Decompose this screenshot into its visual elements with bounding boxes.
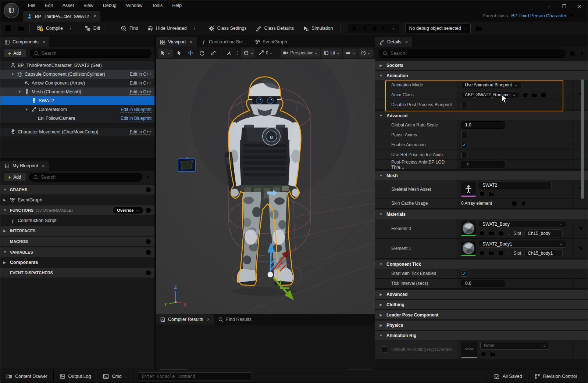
menu-help[interactable]: Help: [168, 2, 186, 9]
compile-options-icon[interactable]: ⋮: [68, 26, 73, 31]
search-parent-icon[interactable]: [569, 12, 575, 19]
material-thumbnail[interactable]: [461, 221, 476, 236]
override-dropdown[interactable]: Override⌄: [113, 207, 143, 214]
maximize-button[interactable]: ❐: [559, 2, 569, 10]
surface-snap-button[interactable]: [224, 49, 234, 58]
transform-mode-dropdown[interactable]: ⌄: [158, 49, 173, 58]
browse-icon[interactable]: [488, 191, 495, 197]
components-search-input[interactable]: [42, 51, 147, 56]
menu-edit[interactable]: Edit: [41, 2, 57, 9]
components-add-button[interactable]: +Add: [3, 49, 26, 58]
tab-eventgraph[interactable]: EventGraph: [250, 37, 291, 47]
display-filter-icon[interactable]: [569, 50, 575, 57]
all-saved-button[interactable]: All Saved: [488, 370, 528, 382]
checkbox[interactable]: [461, 102, 467, 108]
asset-tab-close-icon[interactable]: ✕: [93, 14, 96, 19]
play-options-icon[interactable]: ⋮: [391, 26, 396, 31]
browse-asset-icon[interactable]: [17, 25, 25, 32]
component-row[interactable]: FollowCameraEdit in Blueprint: [0, 114, 154, 123]
rig-dropdown[interactable]: None⌄: [480, 342, 549, 350]
expander-icon[interactable]: ▼: [3, 188, 8, 192]
material-thumbnail[interactable]: [461, 241, 476, 256]
my-blueprint-tab[interactable]: My Blueprint ✕: [0, 161, 49, 171]
edit-parent-icon[interactable]: [577, 12, 583, 19]
category-leader-pose-component[interactable]: ▶Leader Pose Component: [375, 310, 588, 319]
use-selected-icon[interactable]: [522, 92, 528, 98]
tab-viewport[interactable]: Viewport✕: [156, 37, 197, 47]
scale-tool[interactable]: [208, 49, 218, 58]
category-animation[interactable]: ▼Animation: [375, 71, 588, 80]
menu-asset[interactable]: Asset: [58, 2, 78, 9]
expander-icon[interactable]: ▶: [3, 229, 8, 233]
blueprint-item[interactable]: ▶Components: [0, 258, 154, 267]
component-row[interactable]: ▼CameraBoomEdit in Blueprint: [0, 105, 154, 114]
category-advanced[interactable]: ▼Advanced: [375, 111, 588, 120]
blueprint-search-input[interactable]: [41, 175, 138, 180]
class-settings-button[interactable]: Class Settings: [205, 23, 250, 34]
show-flags-dropdown[interactable]: ⌄: [358, 49, 373, 58]
blueprint-section-header[interactable]: EVENT DISPATCHERS: [0, 268, 154, 278]
play-icon[interactable]: [352, 25, 358, 32]
components-tab-close-icon[interactable]: ✕: [42, 40, 45, 44]
use-selected-icon[interactable]: [479, 250, 485, 256]
expander-icon[interactable]: ▼: [24, 108, 29, 111]
add-section-item-button[interactable]: [145, 270, 152, 276]
close-window-button[interactable]: ✕: [574, 2, 585, 10]
compiler-results-tab[interactable]: Compiler Results ✕: [156, 314, 214, 325]
edit-link[interactable]: Edit in C++: [130, 72, 152, 77]
tab-close-icon[interactable]: ✕: [189, 40, 192, 44]
details-tab[interactable]: Details ✕: [375, 37, 412, 47]
checkbox[interactable]: [461, 152, 467, 158]
parent-class-link[interactable]: BP Third Person Character: [511, 13, 566, 18]
clear-icon[interactable]: [550, 92, 556, 98]
component-row[interactable]: ▼Mesh (CharacterMesh0)Edit in C++: [0, 87, 154, 96]
hide-unrelated-button[interactable]: Hide Unrelated: [144, 23, 190, 34]
add-section-item-button[interactable]: [145, 207, 152, 214]
compile-button[interactable]: ? Compile: [34, 23, 66, 34]
expander-icon[interactable]: ▼: [10, 72, 15, 76]
category-materials[interactable]: ▼Materials: [375, 210, 588, 219]
menu-window[interactable]: Window: [122, 2, 146, 9]
blueprint-section-header[interactable]: ▼FUNCTIONS (38 OVERRIDABLE)Override⌄: [0, 205, 154, 215]
details-search[interactable]: [378, 49, 566, 58]
blueprint-item[interactable]: fConstruction Script: [0, 216, 154, 225]
expander-icon[interactable]: ▼: [3, 208, 8, 212]
details-tab-close-icon[interactable]: ✕: [405, 40, 408, 44]
find-results-tab[interactable]: Find Results: [214, 314, 256, 325]
rotation-snap-dropdown[interactable]: ⌄: [241, 49, 256, 58]
component-row[interactable]: BP_ThirdPersonCharacter_SWAT2 (Self): [0, 61, 154, 70]
edit-link[interactable]: Edit in C++: [130, 89, 152, 94]
menu-tools[interactable]: Tools: [148, 2, 167, 9]
use-selected-icon[interactable]: [479, 191, 485, 197]
blueprint-section-header[interactable]: ▼GRAPHS: [0, 185, 154, 194]
checkbox[interactable]: ✓: [461, 142, 467, 148]
component-row[interactable]: ▼Capsule Component (CollisionCylinder)Ed…: [0, 70, 154, 79]
slot-name-input[interactable]: [524, 249, 563, 257]
component-row[interactable]: Arrow Component (Arrow)Edit in C++: [0, 79, 154, 87]
debug-browse-icon[interactable]: [475, 25, 483, 32]
find-button[interactable]: Find: [117, 23, 142, 34]
add-section-item-button[interactable]: [145, 249, 152, 255]
stop-icon[interactable]: [371, 25, 378, 32]
blueprint-settings-gear-icon[interactable]: [145, 174, 152, 180]
revision-control-button[interactable]: Revision Control⌄: [528, 370, 588, 382]
console-command-input[interactable]: [138, 372, 252, 380]
minimize-button[interactable]: –: [544, 2, 554, 10]
cmd-dropdown[interactable]: Cmd⌄: [97, 370, 133, 382]
texture-options-icon[interactable]: [498, 250, 504, 256]
my-blueprint-tab-close-icon[interactable]: ✕: [42, 164, 44, 168]
perspective-dropdown[interactable]: Perspective⌄: [281, 49, 320, 58]
edit-link[interactable]: Edit in Blueprint: [121, 107, 152, 112]
move-tool[interactable]: [185, 49, 196, 58]
expander-icon[interactable]: ▼: [17, 90, 22, 94]
category-clothing[interactable]: ▶Clothing: [375, 300, 588, 309]
expander-icon[interactable]: ▶: [3, 198, 8, 202]
hide-unrelated-options-icon[interactable]: ⋮: [192, 26, 197, 31]
category-component-tick[interactable]: ▼Component Tick: [375, 259, 588, 269]
browse-icon[interactable]: [490, 351, 496, 357]
add-new-icon[interactable]: [541, 92, 547, 98]
add-section-item-button[interactable]: [145, 239, 152, 245]
snap-options-icon[interactable]: ⋮: [235, 50, 240, 56]
diff-button[interactable]: Diff⌄: [81, 23, 109, 34]
checkbox[interactable]: ✓: [461, 271, 467, 277]
